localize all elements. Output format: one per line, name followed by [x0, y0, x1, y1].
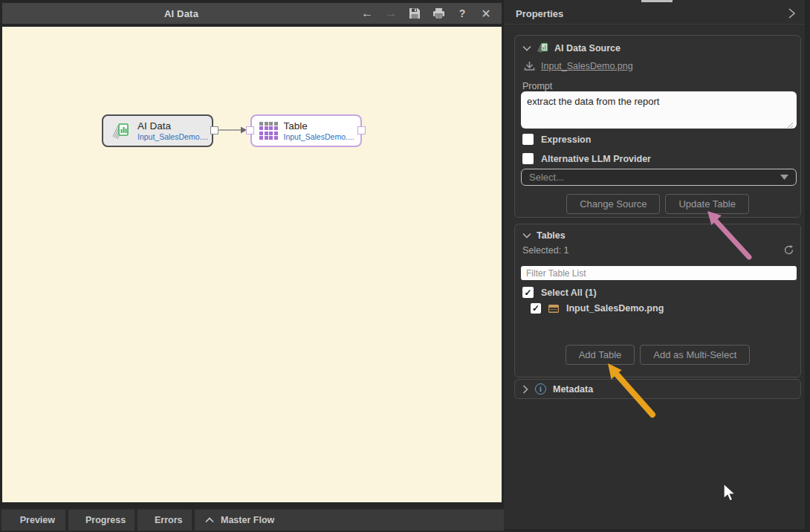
- close-icon[interactable]: ✕: [479, 7, 493, 20]
- select-all-label: Select All (1): [541, 288, 597, 298]
- section-ai-data-source: AI Data Source Input_SalesDemo.png Promp…: [514, 35, 801, 218]
- expression-checkbox[interactable]: [522, 134, 534, 145]
- section-title: AI Data Source: [554, 43, 621, 53]
- properties-panel: Properties AI Data Source Input_Sal: [504, 0, 805, 529]
- section-title: Metadata: [553, 384, 593, 395]
- add-table-button[interactable]: Add Table: [566, 345, 635, 365]
- refresh-icon[interactable]: [783, 244, 794, 256]
- node-table[interactable]: Table Input_SalesDemo....: [250, 114, 362, 147]
- tab-preview[interactable]: Preview: [1, 510, 65, 531]
- port-table-in[interactable]: [246, 126, 254, 134]
- node-title: AI Data: [137, 120, 208, 132]
- connector-arrow: [218, 123, 248, 137]
- section-tables: Tables Selected: 1 ✓ Select All (1) ✓ In…: [514, 224, 801, 377]
- chevron-up-icon: [205, 517, 214, 523]
- scrollbar-thumb[interactable]: [641, 0, 673, 2]
- port-table-out[interactable]: [357, 126, 366, 134]
- table-list-item[interactable]: ✓ Input_SalesDemo.png: [531, 303, 664, 314]
- chevron-down-icon[interactable]: [522, 233, 531, 239]
- tab-label: Preview: [20, 515, 55, 525]
- node-ai-data[interactable]: AI Data Input_SalesDemo....: [102, 114, 213, 147]
- table-item-checkbox[interactable]: ✓: [531, 303, 541, 314]
- section-metadata[interactable]: i Metadata: [514, 379, 801, 399]
- add-multi-select-button[interactable]: Add as Multi-Select: [640, 345, 750, 365]
- bottom-tabbar: Preview Progress Errors Master Flow: [0, 508, 504, 532]
- chevron-down-icon[interactable]: [522, 45, 531, 51]
- section-title: Tables: [537, 230, 566, 241]
- prompt-label: Prompt: [515, 71, 800, 91]
- flow-canvas[interactable]: AI Data Input_SalesDemo.... Table Input_…: [2, 27, 502, 502]
- properties-title: Properties: [516, 8, 788, 19]
- update-table-button[interactable]: Update Table: [665, 194, 748, 214]
- node-title: Table: [284, 120, 354, 132]
- print-icon[interactable]: [432, 7, 445, 20]
- table-grid-icon: [259, 122, 278, 140]
- node-subtitle: Input_SalesDemo....: [284, 132, 354, 141]
- tab-progress[interactable]: Progress: [68, 510, 135, 531]
- ai-data-source-icon: [537, 42, 549, 54]
- properties-header: Properties: [504, 3, 805, 25]
- forward-icon: →: [384, 7, 398, 20]
- table-item-label: Input_SalesDemo.png: [566, 303, 664, 314]
- table-icon: [548, 305, 559, 313]
- info-icon: i: [535, 383, 546, 395]
- selected-count: Selected: 1: [522, 245, 569, 256]
- help-icon[interactable]: ?: [456, 7, 469, 20]
- collapse-panel-icon[interactable]: [788, 7, 796, 19]
- flow-titlebar: AI Data ← → ? ✕: [2, 3, 502, 24]
- expression-label: Expression: [541, 134, 591, 145]
- save-icon[interactable]: [408, 7, 421, 20]
- chevron-down-icon: [780, 175, 788, 180]
- select-all-checkbox[interactable]: ✓: [522, 287, 534, 298]
- ai-data-doc-stack-icon: [111, 120, 132, 141]
- chevron-up-icon: [12, 517, 13, 523]
- tab-errors[interactable]: Errors: [137, 510, 192, 531]
- prompt-input[interactable]: extract the data from the report: [521, 91, 797, 129]
- tab-label: Master Flow: [221, 515, 274, 525]
- node-subtitle: Input_SalesDemo....: [137, 132, 208, 141]
- llm-provider-select[interactable]: Select...: [521, 169, 797, 186]
- source-file-link[interactable]: Input_SalesDemo.png: [541, 61, 633, 71]
- tab-master-flow[interactable]: Master Flow: [195, 510, 504, 531]
- tab-label: Errors: [155, 515, 183, 525]
- flow-title: AI Data: [164, 8, 198, 19]
- download-icon[interactable]: [524, 61, 535, 71]
- select-placeholder: Select...: [529, 172, 780, 183]
- tab-label: Progress: [85, 515, 126, 525]
- back-icon[interactable]: ←: [360, 7, 374, 20]
- port-ai-data-out[interactable]: [210, 126, 218, 134]
- chevron-right-icon[interactable]: [522, 385, 528, 394]
- change-source-button[interactable]: Change Source: [566, 194, 660, 214]
- filter-table-input[interactable]: [521, 266, 797, 280]
- alt-llm-checkbox[interactable]: [522, 153, 534, 164]
- alt-llm-label: Alternative LLM Provider: [541, 154, 651, 164]
